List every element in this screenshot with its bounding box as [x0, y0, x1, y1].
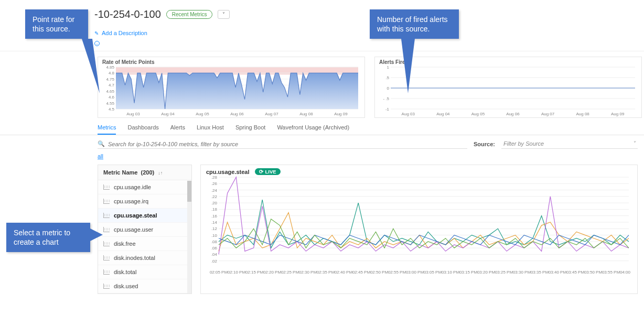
svg-text:03:40 PM: 03:40 PM	[549, 270, 567, 275]
svg-text:Aug 08: Aug 08	[576, 112, 589, 116]
svg-text:03:15 PM: 03:15 PM	[459, 270, 478, 275]
metric-item[interactable]: disk.free	[98, 237, 191, 251]
metric-count: (200)	[141, 169, 155, 176]
page-title: -10-254-0-100	[94, 8, 161, 20]
metric-item[interactable]: cpu.usage.user	[98, 223, 191, 237]
metric-item-label: cpu.usage.idle	[114, 184, 151, 190]
chart-title: Alerts Fired	[379, 59, 637, 65]
pencil-icon: ✎	[94, 30, 99, 36]
search-field[interactable]: 🔍	[98, 139, 467, 149]
svg-text:03:10 PM: 03:10 PM	[442, 270, 460, 275]
metric-item[interactable]: disk.used	[98, 279, 191, 293]
svg-text:03:05 PM: 03:05 PM	[424, 270, 442, 275]
svg-text:03:30 PM: 03:30 PM	[513, 270, 531, 275]
svg-text:4.6: 4.6	[109, 95, 115, 100]
svg-text:.24: .24	[211, 188, 218, 193]
chevron-down-icon: ˅	[632, 140, 636, 147]
svg-text:Aug 06: Aug 06	[230, 112, 244, 116]
source-label: Source:	[474, 141, 495, 147]
metric-item-label: disk.used	[114, 283, 138, 289]
chart-icon	[103, 213, 110, 218]
svg-text:Aug 06: Aug 06	[506, 112, 520, 116]
rate-of-metric-points-chart[interactable]: Rate of Metric Points 4.54.554.64.654.74…	[98, 57, 365, 118]
svg-text:- .5: - .5	[383, 96, 389, 101]
metric-item-label: cpu.usage.irq	[114, 198, 148, 204]
svg-marker-0	[82, 39, 100, 93]
svg-text:02:55 PM: 02:55 PM	[388, 270, 406, 275]
search-input[interactable]	[108, 141, 467, 147]
svg-text:.08: .08	[211, 239, 218, 244]
svg-text:4.55: 4.55	[106, 101, 114, 106]
add-description-link[interactable]: ✎ Add a Description	[94, 30, 623, 36]
svg-text:.20: .20	[211, 201, 218, 205]
svg-text:.5: .5	[385, 75, 389, 80]
metric-item-label: cpu.usage.user	[114, 226, 153, 233]
metric-list-header-label: Metric Name	[103, 169, 137, 176]
svg-marker-2	[89, 228, 103, 242]
svg-text:.10: .10	[211, 233, 218, 238]
tab-linux-host[interactable]: Linux Host	[197, 124, 224, 135]
svg-text:Aug 07: Aug 07	[265, 112, 278, 116]
sort-icon[interactable]: ↓↑	[158, 170, 163, 176]
callout-alerts: Number of fired alerts with this source.	[370, 9, 459, 39]
svg-text:Aug 03: Aug 03	[126, 112, 140, 116]
hide-toggle[interactable]: – Hide	[94, 40, 623, 47]
svg-text:.26: .26	[211, 181, 218, 186]
tab-alerts[interactable]: Alerts	[170, 124, 185, 135]
svg-text:04:00 PM: 04:00 PM	[620, 270, 631, 275]
svg-text:02:35 PM: 02:35 PM	[317, 270, 335, 275]
add-description-label: Add a Description	[102, 30, 147, 36]
search-icon: 🔍	[98, 140, 105, 147]
all-filter-link[interactable]: all	[98, 153, 103, 159]
metric-chart-panel[interactable]: cpu.usage.steal LIVE .02.04.06.08.10.12.…	[200, 165, 638, 294]
main-chart-title: cpu.usage.steal	[206, 169, 250, 175]
metric-item[interactable]: cpu.usage.irq	[98, 194, 191, 209]
metric-item[interactable]: cpu.usage.steal	[98, 209, 191, 223]
svg-text:.02: .02	[211, 259, 218, 264]
source-placeholder: Filter by Source	[503, 140, 544, 147]
metric-item[interactable]: disk.total	[98, 265, 191, 279]
svg-marker-1	[401, 39, 415, 93]
callout-text: Number of fired alerts with this source.	[377, 15, 448, 33]
svg-text:.04: .04	[211, 252, 218, 257]
chart-icon	[103, 199, 110, 204]
svg-text:02:50 PM: 02:50 PM	[370, 270, 389, 275]
svg-text:03:45 PM: 03:45 PM	[566, 270, 585, 275]
svg-text:-1: -1	[385, 107, 390, 112]
svg-text:03:35 PM: 03:35 PM	[531, 270, 549, 275]
svg-text:4.8: 4.8	[109, 71, 115, 75]
metric-item[interactable]: cpu.usage.idle	[98, 180, 191, 194]
callout-text: Point rate for this source.	[33, 15, 74, 33]
scrollbar-thumb[interactable]	[187, 181, 191, 202]
tab-spring-boot[interactable]: Spring Boot	[235, 124, 265, 135]
chart-title: Rate of Metric Points	[102, 59, 360, 65]
tab-wavefront-usage-archived-[interactable]: Wavefront Usage (Archived)	[277, 124, 349, 135]
chart-icon	[103, 184, 110, 190]
metric-item-label: disk.free	[114, 241, 136, 247]
svg-text:03:25 PM: 03:25 PM	[495, 270, 513, 275]
svg-text:02:40 PM: 02:40 PM	[335, 270, 353, 275]
metric-item-label: disk.inodes.total	[114, 255, 155, 261]
svg-text:Aug 04: Aug 04	[161, 112, 175, 116]
svg-text:03:50 PM: 03:50 PM	[584, 270, 603, 275]
metric-item[interactable]: disk.inodes.total	[98, 251, 191, 265]
actions-dropdown[interactable]: ˅	[218, 10, 230, 19]
svg-text:4.75: 4.75	[106, 77, 114, 82]
svg-text:.12: .12	[211, 226, 218, 231]
svg-text:1: 1	[387, 66, 390, 70]
tab-metrics[interactable]: Metrics	[98, 124, 116, 135]
chart-icon	[103, 284, 110, 289]
svg-text:03:20 PM: 03:20 PM	[477, 270, 496, 275]
svg-text:Aug 08: Aug 08	[299, 112, 313, 116]
tabs: MetricsDashboardsAlertsLinux HostSpring …	[0, 121, 644, 135]
metric-list-header[interactable]: Metric Name (200) ↓↑	[98, 165, 191, 180]
svg-text:Aug 07: Aug 07	[541, 112, 555, 116]
source-filter-select[interactable]: Filter by Source ˅	[501, 139, 638, 149]
svg-text:4.7: 4.7	[109, 83, 115, 88]
chart-icon	[103, 255, 110, 260]
svg-text:Aug 09: Aug 09	[334, 112, 348, 116]
svg-text:.28: .28	[211, 176, 218, 180]
svg-text:03:00 PM: 03:00 PM	[406, 270, 424, 275]
tab-dashboards[interactable]: Dashboards	[127, 124, 158, 135]
live-badge: LIVE	[255, 168, 281, 175]
